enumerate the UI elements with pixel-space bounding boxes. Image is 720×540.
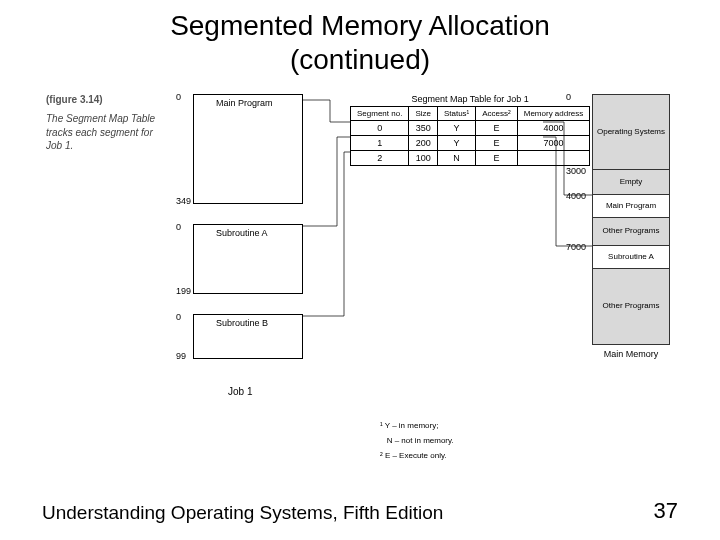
footnote-line: ² E – Execute only. <box>380 450 454 461</box>
cell: 350 <box>409 121 438 136</box>
cell: 0 <box>351 121 409 136</box>
scale-label: 0 <box>176 92 181 102</box>
segment-label: Subroutine B <box>216 318 268 328</box>
job-segments: 0 Main Program 349 0 Subroutine A 199 0 … <box>175 94 325 379</box>
scale-label: 3000 <box>566 166 586 176</box>
cell: Y <box>437 121 475 136</box>
footer-text: Understanding Operating Systems, Fifth E… <box>42 502 443 524</box>
caption-line: Job 1. <box>46 140 73 151</box>
scale-label: 0 <box>176 312 181 322</box>
smt-grid: Segment no. Size Status¹ Access² Memory … <box>350 106 590 166</box>
smt-header: Segment no. <box>351 107 409 121</box>
slide-title: Segmented Memory Allocation <box>0 10 720 42</box>
segment-label: Main Program <box>216 98 273 108</box>
footnotes: ¹ Y – in memory; N – not in memory. ² E … <box>380 420 454 466</box>
footnote-line: ¹ Y – in memory; <box>380 420 454 431</box>
segment-subroutine-a: 0 Subroutine A 199 <box>193 224 303 294</box>
mem-block-empty: Empty <box>593 170 669 195</box>
table-row: 0 350 Y E 4000 <box>351 121 590 136</box>
cell: 4000 <box>517 121 590 136</box>
mem-block-os: Operating Systems <box>593 95 669 170</box>
cell: E <box>476 121 517 136</box>
scale-label: 199 <box>176 286 191 296</box>
caption-line: The Segment Map Table <box>46 113 155 124</box>
main-memory: 0 3000 4000 7000 Operating Systems Empty… <box>592 94 670 359</box>
scale-label: 0 <box>176 222 181 232</box>
cell: Y <box>437 136 475 151</box>
cell: 1 <box>351 136 409 151</box>
smt-title: Segment Map Table for Job 1 <box>350 94 590 104</box>
cell: N <box>437 151 475 166</box>
smt-header: Size <box>409 107 438 121</box>
cell: 200 <box>409 136 438 151</box>
scale-label: 0 <box>566 92 571 102</box>
scale-label: 99 <box>176 351 186 361</box>
mem-block-main: Main Program <box>593 195 669 218</box>
footnote-line: N – not in memory. <box>380 435 454 446</box>
figure-caption: The Segment Map Table tracks each segmen… <box>46 112 166 153</box>
table-row: 2 100 N E <box>351 151 590 166</box>
table-row: 1 200 Y E 7000 <box>351 136 590 151</box>
cell: E <box>476 151 517 166</box>
segment-main-program: 0 Main Program 349 <box>193 94 303 204</box>
segment-map-table: Segment Map Table for Job 1 Segment no. … <box>350 94 590 166</box>
scale-label: 4000 <box>566 191 586 201</box>
job-label: Job 1 <box>228 386 252 397</box>
cell <box>517 151 590 166</box>
memory-column: Operating Systems Empty Main Program Oth… <box>592 94 670 345</box>
segment-label: Subroutine A <box>216 228 268 238</box>
cell: 100 <box>409 151 438 166</box>
scale-label: 7000 <box>566 242 586 252</box>
smt-header: Access² <box>476 107 517 121</box>
smt-header: Status¹ <box>437 107 475 121</box>
smt-header: Memory address <box>517 107 590 121</box>
figure-reference: (figure 3.14) <box>46 94 103 105</box>
cell: 7000 <box>517 136 590 151</box>
slide-subtitle: (continued) <box>0 44 720 76</box>
scale-label: 349 <box>176 196 191 206</box>
cell: E <box>476 136 517 151</box>
mem-block-other: Other Programs <box>593 218 669 246</box>
mem-block-other: Other Programs <box>593 269 669 344</box>
caption-line: tracks each segment for <box>46 127 153 138</box>
cell: 2 <box>351 151 409 166</box>
segment-subroutine-b: 0 Subroutine B 99 <box>193 314 303 359</box>
mem-block-suba: Subroutine A <box>593 246 669 269</box>
page-number: 37 <box>654 498 678 524</box>
memory-title: Main Memory <box>592 349 670 359</box>
